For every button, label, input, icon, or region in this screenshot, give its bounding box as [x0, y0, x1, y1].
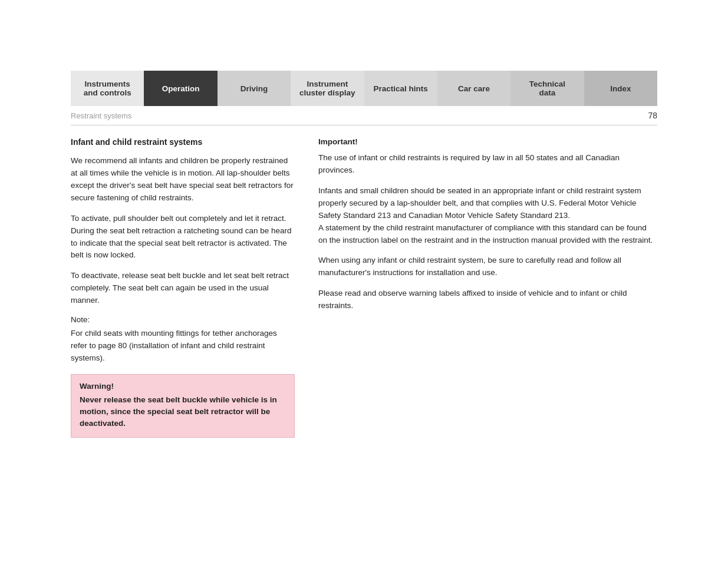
right-paragraph-4: Please read and observe warning labels a…: [318, 287, 657, 312]
tab-operation[interactable]: Operation: [144, 71, 217, 106]
right-paragraph-1: The use of infant or child restraints is…: [318, 152, 657, 177]
warning-title: Warning!: [80, 382, 286, 391]
tab-driving[interactable]: Driving: [218, 71, 291, 106]
tab-index-label: Index: [610, 84, 631, 93]
page-number: 78: [648, 111, 657, 120]
right-paragraph-2: Infants and small children should be sea…: [318, 185, 657, 247]
tab-instruments[interactable]: Instruments and controls: [71, 71, 144, 106]
note-text: For child seats with mounting fittings f…: [71, 328, 295, 365]
tab-instruments-label: Instruments and controls: [84, 80, 131, 97]
section-title: Infant and child restraint systems: [71, 137, 295, 147]
important-title: Important!: [318, 137, 657, 146]
page-header: Restraint systems 78: [71, 106, 657, 125]
tab-car-care-label: Car care: [458, 84, 490, 93]
paragraph-2: To activate, pull shoulder belt out comp…: [71, 213, 295, 262]
tab-practical-hints[interactable]: Practical hints: [364, 71, 437, 106]
tab-technical-data-label: Technical data: [529, 80, 565, 97]
right-paragraph-3: When using any infant or child restraint…: [318, 254, 657, 279]
tab-car-care[interactable]: Car care: [437, 71, 510, 106]
navigation-bar: Instruments and controls Operation Drivi…: [71, 71, 657, 106]
tab-operation-label: Operation: [162, 84, 200, 93]
breadcrumb: Restraint systems: [71, 111, 648, 120]
note-label: Note:: [71, 315, 295, 324]
tab-instrument-cluster-label: Instrument cluster display: [299, 80, 355, 97]
warning-box: Warning! Never release the seat belt buc…: [71, 374, 295, 438]
tab-driving-label: Driving: [241, 84, 268, 93]
tab-practical-hints-label: Practical hints: [374, 84, 428, 93]
warning-text: Never release the seat belt buckle while…: [80, 394, 286, 430]
content-area: Infant and child restraint systems We re…: [71, 137, 657, 438]
tab-index[interactable]: Index: [584, 71, 657, 106]
left-column: Infant and child restraint systems We re…: [71, 137, 295, 438]
paragraph-3: To deactivate, release seat belt buckle …: [71, 270, 295, 307]
right-column: Important! The use of infant or child re…: [318, 137, 657, 438]
paragraph-1: We recommend all infants and children be…: [71, 155, 295, 204]
tab-technical-data[interactable]: Technical data: [510, 71, 584, 106]
tab-instrument-cluster[interactable]: Instrument cluster display: [291, 71, 364, 106]
